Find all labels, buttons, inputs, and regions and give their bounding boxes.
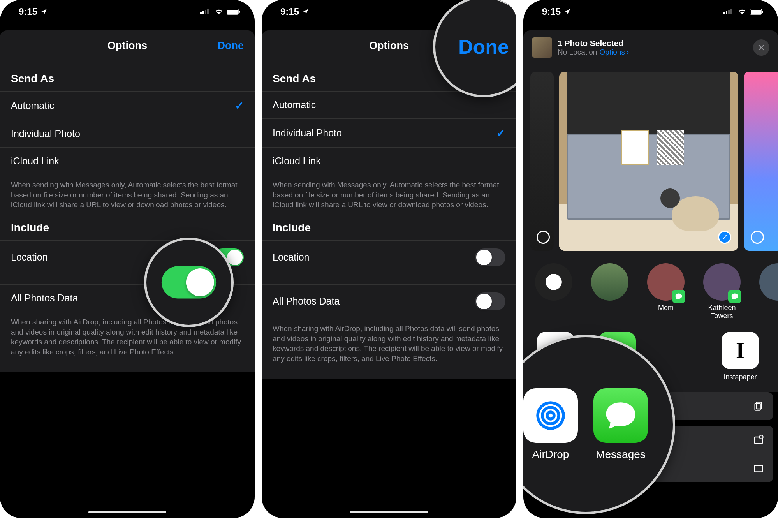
done-button[interactable]: Done [218,40,244,52]
tweetbot-app[interactable]: Tw [776,332,778,381]
contact-suggestion[interactable] [530,263,577,320]
cellular-icon [723,8,734,15]
send-as-footer: When sending with Messages only, Automat… [0,174,255,210]
svg-rect-1 [202,11,204,14]
svg-rect-20 [762,11,763,13]
svg-rect-6 [239,11,240,13]
location-arrow-icon [40,8,48,15]
svg-rect-2 [205,10,206,14]
svg-point-31 [542,407,559,424]
status-time: 9:15 [542,6,561,17]
phone-screen-2: 9:15 Options Done Send As Automatic Indi… [262,0,516,518]
wifi-icon [738,8,747,15]
svg-rect-3 [207,9,209,14]
contact-suggestion[interactable] [586,263,633,320]
options-sheet: Send As Automatic ✓ Individual Photo iCl… [0,61,255,372]
send-as-icloud[interactable]: iCloud Link [262,147,516,174]
all-photos-toggle[interactable] [475,292,505,310]
svg-rect-5 [227,10,238,14]
messages-icon [593,388,648,443]
location-arrow-icon [564,8,571,15]
include-footer: When sharing with AirDrop, including all… [0,312,255,357]
share-subtitle: No Location [558,48,597,56]
photo-thumbnail-next[interactable] [744,72,778,251]
album-icon [753,463,764,474]
selection-circle-icon[interactable] [537,231,550,244]
svg-rect-15 [726,11,727,14]
avatar [591,263,628,301]
svg-point-28 [759,435,763,439]
include-location[interactable]: Location [262,240,516,274]
svg-rect-19 [751,10,761,14]
home-indicator[interactable] [88,511,166,513]
photo-strip[interactable]: ✓ [523,65,778,258]
include-header: Include [0,210,255,240]
chevron-right-icon: › [627,48,629,56]
messages-badge-icon [728,290,741,303]
send-as-automatic[interactable]: Automatic ✓ [0,91,255,120]
status-time: 9:15 [19,6,37,17]
checkmark-icon: ✓ [496,127,505,139]
phone-screen-3: 9:15 1 Photo Selected No Location Option… [523,0,778,518]
share-title: 1 Photo Selected [558,39,629,48]
selection-checked-icon[interactable]: ✓ [718,231,731,244]
options-sheet: Send As Automatic Individual Photo ✓ iCl… [262,61,516,379]
status-bar: 9:15 [0,0,255,23]
share-thumbnail [532,37,552,58]
battery-icon [750,8,764,15]
contact-mom[interactable]: Mom [642,263,689,320]
location-toggle[interactable] [475,248,505,266]
svg-rect-14 [723,12,725,14]
svg-rect-16 [728,10,730,14]
instapaper-icon: I [722,332,759,369]
include-header: Include [262,210,516,240]
options-navbar: Options Done [0,30,255,61]
location-arrow-icon [302,8,309,15]
svg-rect-29 [755,465,763,472]
phone-screen-1: 9:15 Options Done Send As Automatic ✓ In… [0,0,255,518]
include-footer: When sharing with AirDrop, including all… [262,318,516,364]
photo-thumbnail-prev[interactable] [530,72,554,251]
send-as-individual[interactable]: Individual Photo ✓ [262,118,516,147]
contact-kathleen[interactable]: Kathleen Towers [699,263,745,320]
share-options-link[interactable]: Options › [599,48,629,56]
callout-location-toggle [144,238,234,327]
svg-rect-17 [730,9,732,14]
svg-point-30 [547,412,554,419]
send-as-icloud[interactable]: iCloud Link [0,147,255,174]
close-button[interactable] [753,39,769,56]
cellular-icon [200,8,211,15]
status-icons [723,8,764,15]
status-time: 9:15 [280,6,299,17]
copy-icon [753,401,764,412]
close-icon [758,44,765,51]
avatar [535,263,572,301]
include-all-photos-data[interactable]: All Photos Data [262,284,516,318]
send-as-footer: When sending with Messages only, Automat… [262,174,516,210]
contacts-row[interactable]: Mom Kathleen Towers [523,258,778,324]
selection-circle-icon[interactable] [751,231,764,244]
instapaper-app[interactable]: I Instapaper [715,332,766,381]
shared-album-icon [753,434,764,445]
photo-thumbnail-selected[interactable]: ✓ [559,72,738,251]
home-indicator[interactable] [350,511,428,513]
share-sheet-header: 1 Photo Selected No Location Options › [523,30,778,65]
avatar [759,263,778,301]
send-as-header: Send As [0,61,255,91]
navbar-title: Options [107,40,147,52]
status-icons [200,8,241,15]
send-as-individual[interactable]: Individual Photo [0,120,255,147]
wifi-icon [214,8,224,15]
airdrop-icon [523,388,578,443]
checkmark-icon: ✓ [235,99,244,112]
contact-suggestion[interactable] [755,263,778,320]
messages-badge-icon [672,290,685,303]
navbar-title: Options [369,40,409,52]
svg-rect-0 [200,12,202,14]
battery-icon [227,8,241,15]
status-bar: 9:15 [523,0,778,23]
